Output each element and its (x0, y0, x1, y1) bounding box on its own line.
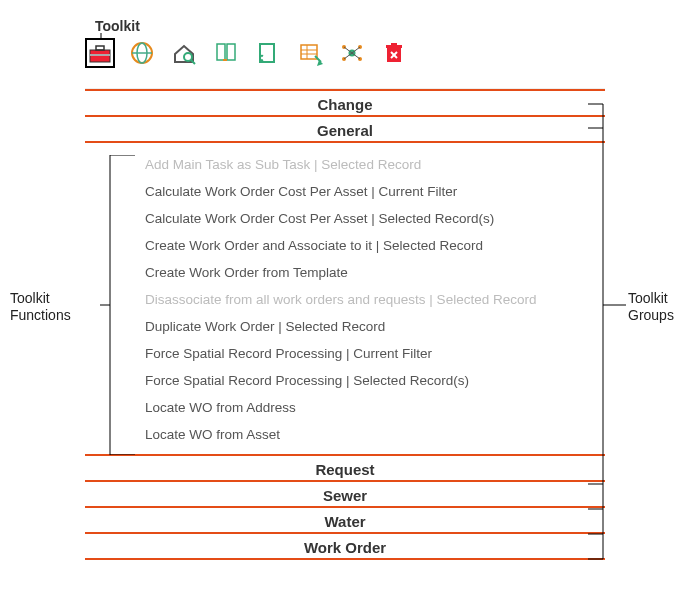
toolkit-panel: Change General Add Main Task as Sub Task… (85, 88, 605, 562)
function-list: Add Main Task as Sub Task | Selected Rec… (85, 145, 605, 454)
accent-line (85, 454, 605, 456)
func-force-spatial-selected[interactable]: Force Spatial Record Processing | Select… (145, 367, 605, 394)
func-disassociate: Disassociate from all work orders and re… (145, 286, 605, 313)
label-toolkit-g: Toolkit (628, 290, 668, 306)
group-header-change[interactable]: Change (85, 93, 605, 115)
label-functions: Functions (10, 307, 71, 323)
spreadsheet-icon[interactable] (295, 38, 325, 68)
toolkit-icon[interactable] (85, 38, 115, 68)
form-icon[interactable] (253, 38, 283, 68)
svg-point-7 (184, 53, 192, 61)
svg-rect-27 (386, 45, 402, 48)
accent-line (85, 115, 605, 117)
func-calc-cost-selected[interactable]: Calculate Work Order Cost Per Asset | Se… (145, 205, 605, 232)
group-header-sewer[interactable]: Sewer (85, 484, 605, 506)
accent-line (85, 558, 605, 560)
svg-rect-2 (96, 46, 104, 50)
top-toolkit-label: Toolkit (95, 18, 140, 34)
globe-icon[interactable] (127, 38, 157, 68)
accent-line (85, 89, 605, 91)
accent-line (85, 141, 605, 143)
functions-bracket (75, 155, 140, 455)
toolbar (85, 38, 409, 68)
group-header-general[interactable]: General (85, 119, 605, 141)
func-create-wo-associate[interactable]: Create Work Order and Associate to it | … (145, 232, 605, 259)
func-duplicate-wo[interactable]: Duplicate Work Order | Selected Record (145, 313, 605, 340)
documents-icon[interactable] (211, 38, 241, 68)
svg-line-8 (191, 60, 195, 64)
label-toolkit-functions: Toolkit Functions (10, 290, 71, 324)
delete-icon[interactable] (379, 38, 409, 68)
svg-rect-9 (217, 44, 225, 60)
func-calc-cost-filter[interactable]: Calculate Work Order Cost Per Asset | Cu… (145, 178, 605, 205)
accent-line (85, 480, 605, 482)
func-add-main-task: Add Main Task as Sub Task | Selected Rec… (145, 151, 605, 178)
group-header-water[interactable]: Water (85, 510, 605, 532)
groups-bracket (588, 90, 628, 610)
accent-line (85, 506, 605, 508)
svg-rect-3 (90, 54, 110, 56)
accent-line (85, 532, 605, 534)
network-icon[interactable] (337, 38, 367, 68)
group-header-request[interactable]: Request (85, 458, 605, 480)
func-create-wo-template[interactable]: Create Work Order from Template (145, 259, 605, 286)
home-search-icon[interactable] (169, 38, 199, 68)
label-toolkit: Toolkit (10, 290, 50, 306)
svg-rect-10 (227, 44, 235, 60)
label-groups-g: Groups (628, 307, 674, 323)
func-locate-wo-asset[interactable]: Locate WO from Asset (145, 421, 605, 448)
group-header-work-order[interactable]: Work Order (85, 536, 605, 558)
func-locate-wo-address[interactable]: Locate WO from Address (145, 394, 605, 421)
label-toolkit-groups: Toolkit Groups (628, 290, 674, 324)
func-force-spatial-filter[interactable]: Force Spatial Record Processing | Curren… (145, 340, 605, 367)
svg-rect-28 (391, 43, 397, 45)
